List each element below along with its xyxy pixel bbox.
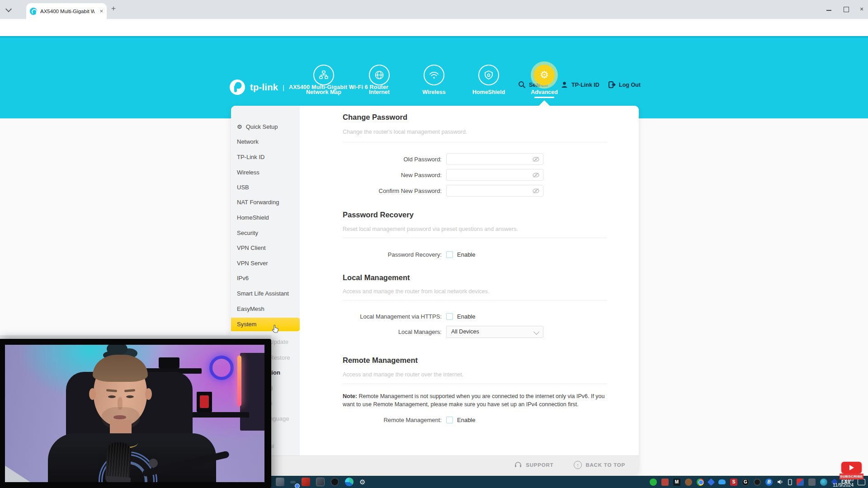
obs-icon[interactable]: [330, 478, 339, 486]
person-hair: [93, 355, 148, 382]
gray-app-icon[interactable]: [808, 479, 816, 486]
ghub-icon[interactable]: G: [742, 479, 749, 486]
sidebar-item-wireless[interactable]: Wireless: [237, 169, 259, 176]
sidebar-subitem-fragment[interactable]: Update: [269, 338, 288, 345]
old-password-field[interactable]: [446, 153, 543, 165]
window-close-button[interactable]: ×: [860, 5, 863, 13]
sidebar-label: USB: [237, 184, 249, 191]
webcam-scene: [5, 345, 264, 482]
virtualbox-icon[interactable]: [276, 478, 284, 486]
sidebar-item-network[interactable]: Network: [237, 138, 259, 145]
password-recovery-row: Password Recovery: Enable: [306, 248, 475, 261]
sidebar-item-system-active[interactable]: System: [237, 321, 256, 328]
sidebar-item-smart-life-assistant[interactable]: Smart Life Assistant: [237, 290, 289, 297]
blue-diamond-icon[interactable]: [708, 478, 715, 486]
youtube-play-button[interactable]: [841, 462, 862, 474]
new-password-label: New Password:: [306, 172, 446, 178]
sidebar-item-tplink-id[interactable]: TP-Link ID: [237, 154, 264, 160]
sidebar-item-security[interactable]: Security: [237, 230, 258, 236]
sidebar-item-vpn-client[interactable]: VPN Client: [237, 244, 266, 251]
local-https-checkbox[interactable]: [446, 313, 453, 320]
person-ear: [89, 388, 96, 400]
nav-label: Internet: [348, 89, 411, 95]
homeshield-icon: [484, 70, 494, 80]
show-password-icon[interactable]: [532, 156, 540, 163]
sidebar-item-homeshield[interactable]: HomeShield: [237, 214, 269, 221]
panel-pointer-triangle: [539, 100, 550, 106]
subscribe-button[interactable]: SUBSCRIBE: [840, 474, 863, 479]
sidebar-subitem-fragment[interactable]: Restore: [269, 354, 290, 361]
show-password-icon[interactable]: [532, 172, 540, 178]
confirm-password-label: Confirm New Password:: [306, 188, 446, 194]
sidebar-label: System: [237, 321, 256, 328]
volume-icon[interactable]: [777, 479, 783, 485]
sidebar-item-ipv6[interactable]: IPv6: [237, 275, 249, 282]
brown-app-icon[interactable]: [685, 479, 692, 486]
chrome-tray-icon[interactable]: [697, 479, 704, 486]
divider: [343, 238, 607, 238]
sidebar-item-nat-forwarding[interactable]: NAT Forwarding: [237, 199, 279, 206]
remote-management-note: Note: Remote Management is not supported…: [343, 392, 609, 408]
wall-poster: [240, 353, 264, 431]
sidebar-item-easymesh[interactable]: EasyMesh: [237, 305, 264, 312]
edge-icon[interactable]: [345, 478, 354, 486]
hanging-plant: [107, 345, 127, 356]
sidebar-label: Network: [237, 138, 259, 145]
tplink-logo-icon: [228, 78, 246, 96]
show-password-icon[interactable]: [532, 188, 540, 194]
divider: [343, 384, 607, 384]
photos-app-icon[interactable]: [316, 478, 325, 486]
notification-center-icon[interactable]: [858, 479, 865, 485]
red-s-icon[interactable]: S: [730, 479, 737, 486]
tab-search-chevron-icon[interactable]: [5, 6, 12, 12]
sidebar-item-vpn-server[interactable]: VPN Server: [237, 260, 268, 267]
sidebar-item-quick-setup[interactable]: ⚙Quick Setup: [237, 123, 278, 130]
nav-network-map[interactable]: Network Map: [292, 65, 355, 95]
settings-panel: ⚙Quick Setup Network TP-Link ID Wireless…: [231, 106, 639, 474]
old-password-row: Old Password:: [306, 153, 543, 165]
person-mouth: [113, 415, 126, 419]
obs-tray-icon[interactable]: [754, 479, 761, 486]
fragment-label: nguage: [269, 415, 289, 422]
window-minimize-button[interactable]: [826, 10, 831, 11]
confirm-password-field[interactable]: [446, 185, 543, 197]
person-eye: [126, 395, 134, 398]
back-to-top-label: BACK TO TOP: [585, 462, 625, 468]
whatsapp-icon[interactable]: [650, 479, 657, 486]
tab-close-icon[interactable]: ×: [99, 8, 103, 14]
sidebar-label: VPN Client: [237, 244, 266, 251]
sidebar-item-usb[interactable]: USB: [237, 184, 249, 191]
new-tab-button[interactable]: +: [111, 4, 116, 13]
cloud-icon[interactable]: [718, 479, 726, 484]
mail-app-icon[interactable]: [661, 479, 669, 486]
wall-shelf: [192, 412, 249, 418]
chrome-taskbar-active[interactable]: [290, 481, 296, 483]
nav-advanced-active[interactable]: ⚙ Advanced: [513, 65, 576, 95]
remote-management-checkbox[interactable]: [446, 417, 453, 423]
browser-tab[interactable]: AX5400 Multi-Gigabit Wi-Fi 6 R ×: [26, 3, 107, 19]
sidebar-subitem-fragment[interactable]: nguage: [269, 415, 289, 422]
bluetooth-icon[interactable]: B: [765, 479, 773, 486]
back-to-top-button[interactable]: ↑ BACK TO TOP: [574, 461, 625, 469]
media-m-icon[interactable]: M: [673, 479, 680, 486]
media-app-icon[interactable]: [302, 478, 310, 486]
support-button[interactable]: SUPPORT: [514, 461, 553, 469]
header-logout-button[interactable]: Log Out: [608, 81, 641, 89]
nav-wireless[interactable]: Wireless: [402, 65, 466, 95]
password-recovery-checkbox[interactable]: [446, 251, 453, 258]
password-recovery-label: Password Recovery:: [306, 251, 446, 258]
browser-toolbar: ← → ↻ ⚠ Not secure tplinkwifi.net/webpag…: [0, 19, 868, 36]
chevron-down-icon: [533, 329, 539, 335]
nav-internet[interactable]: Internet: [348, 65, 411, 95]
nav-homeshield[interactable]: HomeShield: [457, 65, 520, 95]
settings-gear-icon[interactable]: ⚙: [359, 478, 365, 486]
remote-management-label: Remote Management:: [306, 417, 446, 423]
section-subtitle: Change the router's local management pas…: [343, 129, 467, 135]
local-managers-select[interactable]: All Devices: [446, 326, 543, 338]
brand-separator: |: [283, 84, 284, 91]
new-password-field[interactable]: [446, 169, 543, 181]
phone-icon[interactable]: [788, 479, 792, 485]
security-shield-icon[interactable]: [797, 479, 804, 486]
sidebar-label: Wireless: [237, 169, 259, 176]
window-maximize-button[interactable]: [844, 7, 849, 12]
